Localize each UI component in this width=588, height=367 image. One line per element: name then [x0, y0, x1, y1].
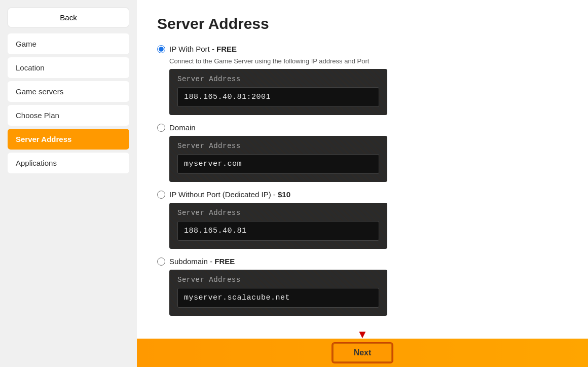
main-content: Server Address IP With Port - FREE Conne… [137, 0, 588, 367]
option-ip-with-port-description: Connect to the Game Server using the fol… [169, 57, 568, 65]
server-card-ip-without-port: Server Address 188.165.40.81 [169, 203, 387, 249]
option-ip-with-port-label[interactable]: IP With Port - FREE [157, 45, 568, 53]
sidebar-item-game[interactable]: Game [8, 33, 129, 54]
radio-subdomain[interactable] [157, 258, 165, 266]
server-card-subdomain: Server Address myserver.scalacube.net [169, 270, 387, 316]
sidebar-item-game-servers[interactable]: Game servers [8, 81, 129, 102]
server-card-ip-with-port: Server Address 188.165.40.81:2001 [169, 69, 387, 115]
option-ip-without-port-label[interactable]: IP Without Port (Dedicated IP) - $10 [157, 190, 568, 199]
server-card-subdomain-label: Server Address [177, 276, 379, 284]
option-ip-without-port: IP Without Port (Dedicated IP) - $10 Ser… [157, 190, 568, 249]
sidebar-item-server-address[interactable]: Server Address [8, 129, 129, 150]
option-ip-with-port-text: IP With Port - FREE [169, 45, 237, 53]
server-card-ip-with-port-label: Server Address [177, 75, 379, 83]
page-title: Server Address [157, 15, 568, 32]
option-subdomain-label[interactable]: Subdomain - FREE [157, 257, 568, 266]
next-button-wrapper: ▼ Next [333, 343, 393, 362]
server-card-subdomain-value: myserver.scalacube.net [177, 288, 379, 308]
sidebar-item-location[interactable]: Location [8, 57, 129, 78]
server-card-ip-without-port-value: 188.165.40.81 [177, 221, 379, 241]
radio-ip-with-port[interactable] [157, 45, 165, 53]
radio-ip-without-port[interactable] [157, 191, 165, 199]
server-card-domain: Server Address myserver.com [169, 136, 387, 182]
sidebar: Back Game Location Game servers Choose P… [0, 0, 137, 367]
down-arrow-icon: ▼ [357, 329, 368, 340]
option-subdomain-text: Subdomain - FREE [169, 257, 235, 266]
bottom-bar: ▼ Next [137, 339, 588, 367]
option-domain-text: Domain [169, 123, 196, 132]
next-button[interactable]: Next [333, 343, 393, 362]
server-card-ip-with-port-value: 188.165.40.81:2001 [177, 87, 379, 107]
option-domain: Domain Server Address myserver.com [157, 123, 568, 182]
option-subdomain: Subdomain - FREE Server Address myserver… [157, 257, 568, 316]
server-card-ip-without-port-label: Server Address [177, 209, 379, 217]
option-domain-label[interactable]: Domain [157, 123, 568, 132]
server-card-domain-value: myserver.com [177, 154, 379, 174]
radio-domain[interactable] [157, 124, 165, 132]
server-card-domain-label: Server Address [177, 142, 379, 150]
option-ip-without-port-text: IP Without Port (Dedicated IP) - $10 [169, 190, 290, 199]
sidebar-item-applications[interactable]: Applications [8, 153, 129, 173]
option-ip-with-port: IP With Port - FREE Connect to the Game … [157, 45, 568, 115]
sidebar-item-choose-plan[interactable]: Choose Plan [8, 105, 129, 126]
back-button[interactable]: Back [8, 8, 129, 27]
